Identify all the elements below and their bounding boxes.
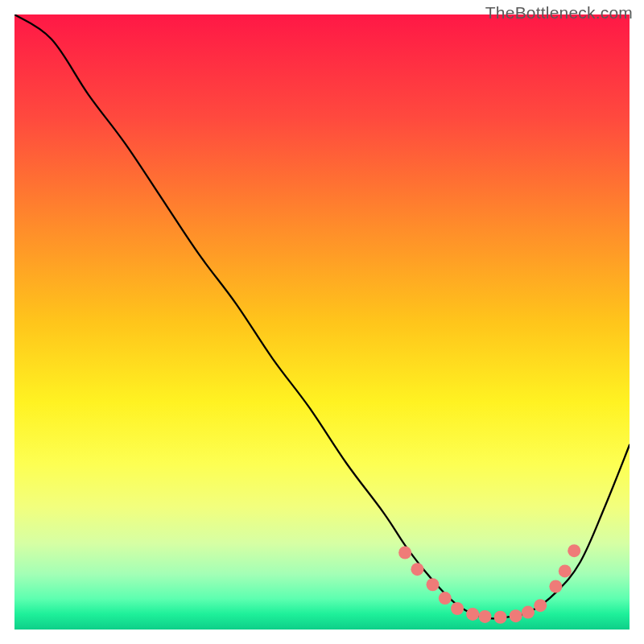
chart-plot-area <box>14 14 630 630</box>
watermark-text: TheBottleneck.com <box>485 3 633 23</box>
highlight-dot <box>534 599 547 612</box>
highlight-dot <box>439 592 452 605</box>
highlight-dot <box>494 611 507 624</box>
gradient-background <box>14 14 630 630</box>
highlight-dot <box>411 563 423 576</box>
highlight-dot <box>427 578 440 591</box>
highlight-dot <box>568 544 580 557</box>
highlight-dot <box>398 547 411 559</box>
chart-stage: TheBottleneck.com <box>0 0 644 644</box>
highlight-dot <box>559 564 572 577</box>
highlight-dot <box>549 580 562 593</box>
highlight-dot <box>522 606 535 619</box>
highlight-dot <box>510 609 522 622</box>
chart-svg <box>14 14 630 630</box>
highlight-dot <box>451 602 464 615</box>
highlight-dot <box>478 610 491 623</box>
highlight-dot <box>466 608 479 621</box>
